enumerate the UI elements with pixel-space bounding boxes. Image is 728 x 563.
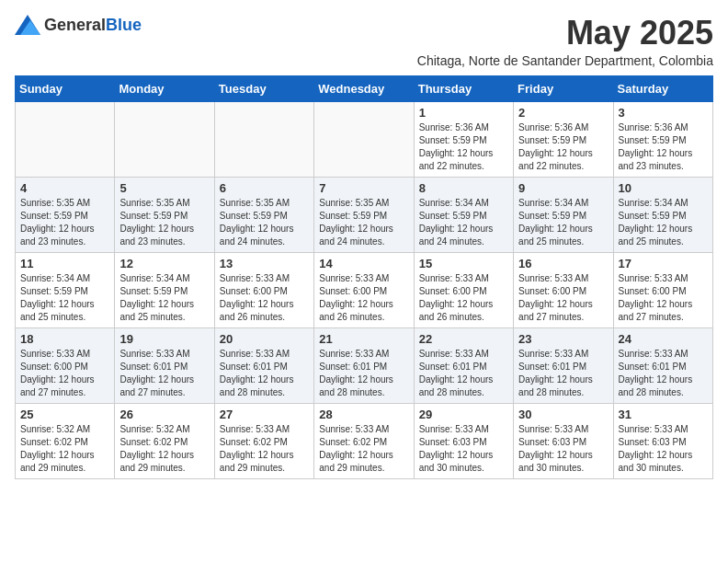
day-number: 30 xyxy=(518,408,608,421)
day-number: 21 xyxy=(319,332,408,346)
day-info: Sunrise: 5:32 AM Sunset: 6:02 PM Dayligh… xyxy=(119,423,209,475)
calendar-cell: 15Sunrise: 5:33 AM Sunset: 6:00 PM Dayli… xyxy=(414,252,513,327)
day-number: 13 xyxy=(220,257,309,270)
day-info: Sunrise: 5:33 AM Sunset: 6:03 PM Dayligh… xyxy=(518,423,608,475)
day-info: Sunrise: 5:33 AM Sunset: 6:01 PM Dayligh… xyxy=(419,348,508,399)
day-number: 31 xyxy=(619,408,708,421)
calendar-cell: 27Sunrise: 5:33 AM Sunset: 6:02 PM Dayli… xyxy=(214,403,313,478)
day-info: Sunrise: 5:33 AM Sunset: 6:00 PM Dayligh… xyxy=(20,348,109,399)
day-info: Sunrise: 5:36 AM Sunset: 5:59 PM Dayligh… xyxy=(619,121,708,173)
day-info: Sunrise: 5:36 AM Sunset: 5:59 PM Dayligh… xyxy=(518,121,608,173)
header: GeneralBlue May 2025 Chitaga, Norte de S… xyxy=(15,15,713,68)
day-number: 4 xyxy=(20,181,109,195)
logo-text: GeneralBlue xyxy=(44,16,142,35)
header-day-wednesday: Wednesday xyxy=(314,75,414,101)
day-number: 11 xyxy=(20,257,109,270)
calendar-cell: 5Sunrise: 5:35 AM Sunset: 5:59 PM Daylig… xyxy=(115,177,214,252)
week-row-1: 1Sunrise: 5:36 AM Sunset: 5:59 PM Daylig… xyxy=(16,101,713,177)
calendar-cell xyxy=(16,101,115,177)
day-info: Sunrise: 5:34 AM Sunset: 5:59 PM Dayligh… xyxy=(119,272,209,324)
day-info: Sunrise: 5:33 AM Sunset: 6:01 PM Dayligh… xyxy=(119,348,209,399)
calendar-cell: 23Sunrise: 5:33 AM Sunset: 6:01 PM Dayli… xyxy=(514,327,613,403)
week-row-2: 4Sunrise: 5:35 AM Sunset: 5:59 PM Daylig… xyxy=(16,177,713,252)
calendar-cell: 29Sunrise: 5:33 AM Sunset: 6:03 PM Dayli… xyxy=(414,403,513,478)
day-number: 10 xyxy=(619,181,708,195)
day-number: 1 xyxy=(419,106,508,120)
calendar-table: SundayMondayTuesdayWednesdayThursdayFrid… xyxy=(15,75,713,479)
logo-blue: Blue xyxy=(106,16,142,34)
logo-general: General xyxy=(44,16,106,34)
day-number: 14 xyxy=(319,257,408,270)
calendar-cell: 13Sunrise: 5:33 AM Sunset: 6:00 PM Dayli… xyxy=(214,252,313,327)
calendar-header: SundayMondayTuesdayWednesdayThursdayFrid… xyxy=(16,75,713,101)
day-number: 19 xyxy=(119,332,209,346)
day-number: 27 xyxy=(220,408,309,421)
title-area: May 2025 Chitaga, Norte de Santander Dep… xyxy=(417,15,713,68)
header-day-sunday: Sunday xyxy=(16,75,115,101)
day-info: Sunrise: 5:33 AM Sunset: 6:00 PM Dayligh… xyxy=(319,272,408,324)
header-row: SundayMondayTuesdayWednesdayThursdayFrid… xyxy=(16,75,713,101)
day-info: Sunrise: 5:33 AM Sunset: 6:02 PM Dayligh… xyxy=(319,423,408,475)
day-number: 29 xyxy=(419,408,508,421)
calendar-cell: 12Sunrise: 5:34 AM Sunset: 5:59 PM Dayli… xyxy=(115,252,214,327)
day-info: Sunrise: 5:36 AM Sunset: 5:59 PM Dayligh… xyxy=(419,121,508,173)
day-number: 18 xyxy=(20,332,109,346)
day-info: Sunrise: 5:35 AM Sunset: 5:59 PM Dayligh… xyxy=(119,197,209,248)
day-info: Sunrise: 5:35 AM Sunset: 5:59 PM Dayligh… xyxy=(20,197,109,248)
calendar-cell: 25Sunrise: 5:32 AM Sunset: 6:02 PM Dayli… xyxy=(16,403,115,478)
calendar-cell: 20Sunrise: 5:33 AM Sunset: 6:01 PM Dayli… xyxy=(214,327,313,403)
day-number: 16 xyxy=(518,257,608,270)
day-info: Sunrise: 5:33 AM Sunset: 6:00 PM Dayligh… xyxy=(619,272,708,324)
day-info: Sunrise: 5:33 AM Sunset: 6:03 PM Dayligh… xyxy=(619,423,708,475)
calendar-cell: 18Sunrise: 5:33 AM Sunset: 6:00 PM Dayli… xyxy=(16,327,115,403)
day-info: Sunrise: 5:33 AM Sunset: 6:01 PM Dayligh… xyxy=(518,348,608,399)
calendar-cell: 3Sunrise: 5:36 AM Sunset: 5:59 PM Daylig… xyxy=(613,101,712,177)
calendar-cell: 2Sunrise: 5:36 AM Sunset: 5:59 PM Daylig… xyxy=(514,101,613,177)
week-row-4: 18Sunrise: 5:33 AM Sunset: 6:00 PM Dayli… xyxy=(16,327,713,403)
header-day-thursday: Thursday xyxy=(414,75,513,101)
calendar-cell: 9Sunrise: 5:34 AM Sunset: 5:59 PM Daylig… xyxy=(514,177,613,252)
calendar-cell: 31Sunrise: 5:33 AM Sunset: 6:03 PM Dayli… xyxy=(613,403,712,478)
day-number: 20 xyxy=(220,332,309,346)
calendar-title: May 2025 xyxy=(417,15,713,52)
calendar-cell: 21Sunrise: 5:33 AM Sunset: 6:01 PM Dayli… xyxy=(314,327,414,403)
calendar-cell: 16Sunrise: 5:33 AM Sunset: 6:00 PM Dayli… xyxy=(514,252,613,327)
calendar-cell: 7Sunrise: 5:35 AM Sunset: 5:59 PM Daylig… xyxy=(314,177,414,252)
calendar-cell: 11Sunrise: 5:34 AM Sunset: 5:59 PM Dayli… xyxy=(16,252,115,327)
day-info: Sunrise: 5:33 AM Sunset: 6:03 PM Dayligh… xyxy=(419,423,508,475)
day-info: Sunrise: 5:33 AM Sunset: 6:00 PM Dayligh… xyxy=(518,272,608,324)
day-number: 28 xyxy=(319,408,408,421)
day-info: Sunrise: 5:34 AM Sunset: 5:59 PM Dayligh… xyxy=(20,272,109,324)
day-info: Sunrise: 5:32 AM Sunset: 6:02 PM Dayligh… xyxy=(20,423,109,475)
day-number: 25 xyxy=(20,408,109,421)
calendar-cell: 24Sunrise: 5:33 AM Sunset: 6:01 PM Dayli… xyxy=(613,327,712,403)
calendar-cell: 30Sunrise: 5:33 AM Sunset: 6:03 PM Dayli… xyxy=(514,403,613,478)
calendar-cell: 1Sunrise: 5:36 AM Sunset: 5:59 PM Daylig… xyxy=(414,101,513,177)
calendar-cell: 14Sunrise: 5:33 AM Sunset: 6:00 PM Dayli… xyxy=(314,252,414,327)
day-info: Sunrise: 5:33 AM Sunset: 6:00 PM Dayligh… xyxy=(419,272,508,324)
day-number: 24 xyxy=(619,332,708,346)
day-number: 3 xyxy=(619,106,708,120)
header-day-saturday: Saturday xyxy=(613,75,712,101)
header-day-monday: Monday xyxy=(115,75,214,101)
day-number: 8 xyxy=(419,181,508,195)
day-info: Sunrise: 5:34 AM Sunset: 5:59 PM Dayligh… xyxy=(518,197,608,248)
calendar-cell xyxy=(314,101,414,177)
day-number: 9 xyxy=(518,181,608,195)
day-info: Sunrise: 5:34 AM Sunset: 5:59 PM Dayligh… xyxy=(419,197,508,248)
day-number: 17 xyxy=(619,257,708,270)
logo: GeneralBlue xyxy=(15,15,142,35)
logo-icon xyxy=(15,15,40,35)
calendar-cell: 6Sunrise: 5:35 AM Sunset: 5:59 PM Daylig… xyxy=(214,177,313,252)
header-day-tuesday: Tuesday xyxy=(214,75,313,101)
day-number: 22 xyxy=(419,332,508,346)
calendar-cell xyxy=(115,101,214,177)
calendar-cell xyxy=(214,101,313,177)
calendar-cell: 8Sunrise: 5:34 AM Sunset: 5:59 PM Daylig… xyxy=(414,177,513,252)
calendar-cell: 22Sunrise: 5:33 AM Sunset: 6:01 PM Dayli… xyxy=(414,327,513,403)
day-number: 6 xyxy=(220,181,309,195)
day-info: Sunrise: 5:35 AM Sunset: 5:59 PM Dayligh… xyxy=(220,197,309,248)
day-info: Sunrise: 5:33 AM Sunset: 6:01 PM Dayligh… xyxy=(220,348,309,399)
day-number: 7 xyxy=(319,181,408,195)
calendar-cell: 28Sunrise: 5:33 AM Sunset: 6:02 PM Dayli… xyxy=(314,403,414,478)
